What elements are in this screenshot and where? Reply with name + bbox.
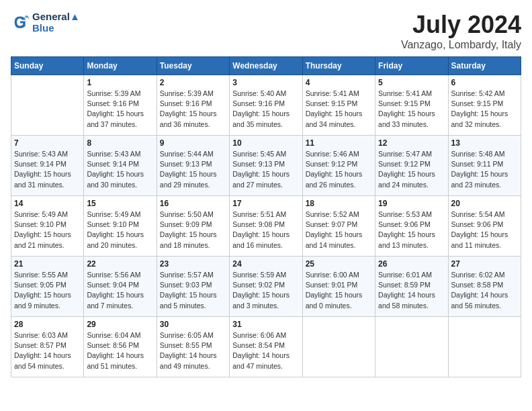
day-number: 22 [87, 259, 153, 269]
logo: General▲ Blue [11, 11, 80, 34]
week-row-5: 28Sunrise: 6:03 AMSunset: 8:57 PMDayligh… [11, 317, 521, 377]
day-cell: 13Sunrise: 5:48 AMSunset: 9:11 PMDayligh… [448, 136, 521, 196]
logo-icon [11, 13, 30, 32]
day-cell: 27Sunrise: 6:02 AMSunset: 8:58 PMDayligh… [448, 257, 521, 317]
day-cell: 11Sunrise: 5:46 AMSunset: 9:12 PMDayligh… [302, 136, 375, 196]
day-number: 18 [306, 199, 372, 208]
day-cell: 25Sunrise: 6:00 AMSunset: 9:01 PMDayligh… [302, 257, 375, 317]
day-cell [11, 75, 84, 136]
day-info: Sunrise: 5:47 AMSunset: 9:12 PMDaylight:… [378, 149, 445, 190]
day-info: Sunrise: 5:45 AMSunset: 9:13 PMDaylight:… [232, 149, 299, 190]
day-cell [302, 317, 375, 377]
header-day-tuesday: Tuesday [157, 57, 229, 75]
day-info: Sunrise: 5:39 AMSunset: 9:16 PMDaylight:… [160, 89, 226, 130]
day-cell: 7Sunrise: 5:43 AMSunset: 9:14 PMDaylight… [11, 136, 84, 196]
day-number: 29 [87, 320, 153, 329]
day-number: 13 [451, 138, 518, 148]
day-number: 10 [232, 138, 299, 148]
day-cell: 6Sunrise: 5:42 AMSunset: 9:15 PMDaylight… [448, 75, 521, 136]
day-info: Sunrise: 5:43 AMSunset: 9:14 PMDaylight:… [14, 149, 81, 190]
day-info: Sunrise: 5:59 AMSunset: 9:02 PMDaylight:… [232, 270, 299, 311]
day-info: Sunrise: 6:05 AMSunset: 8:55 PMDaylight:… [160, 330, 226, 371]
day-cell: 17Sunrise: 5:51 AMSunset: 9:08 PMDayligh… [230, 196, 302, 257]
day-info: Sunrise: 5:39 AMSunset: 9:16 PMDaylight:… [87, 89, 153, 130]
day-info: Sunrise: 5:53 AMSunset: 9:06 PMDaylight:… [378, 210, 445, 250]
day-number: 15 [87, 199, 153, 208]
day-cell: 28Sunrise: 6:03 AMSunset: 8:57 PMDayligh… [11, 317, 84, 377]
day-number: 12 [378, 138, 445, 148]
day-cell: 1Sunrise: 5:39 AMSunset: 9:16 PMDaylight… [84, 75, 157, 136]
day-number: 19 [378, 199, 445, 208]
day-cell: 22Sunrise: 5:56 AMSunset: 9:04 PMDayligh… [84, 257, 157, 317]
day-cell: 2Sunrise: 5:39 AMSunset: 9:16 PMDaylight… [157, 75, 229, 136]
header-row: SundayMondayTuesdayWednesdayThursdayFrid… [11, 57, 521, 75]
day-info: Sunrise: 5:57 AMSunset: 9:03 PMDaylight:… [160, 270, 226, 311]
page-header: General▲ Blue July 2024 Vanzago, Lombard… [11, 11, 521, 51]
day-info: Sunrise: 5:40 AMSunset: 9:16 PMDaylight:… [232, 89, 299, 130]
day-number: 26 [378, 259, 445, 269]
day-cell: 16Sunrise: 5:50 AMSunset: 9:09 PMDayligh… [157, 196, 229, 257]
day-info: Sunrise: 6:02 AMSunset: 8:58 PMDaylight:… [451, 270, 518, 311]
day-number: 4 [306, 78, 372, 87]
day-cell: 14Sunrise: 5:49 AMSunset: 9:10 PMDayligh… [11, 196, 84, 257]
day-cell: 8Sunrise: 5:43 AMSunset: 9:14 PMDaylight… [84, 136, 157, 196]
day-info: Sunrise: 5:41 AMSunset: 9:15 PMDaylight:… [306, 89, 372, 130]
header-day-saturday: Saturday [448, 57, 521, 75]
day-number: 1 [87, 78, 153, 87]
day-number: 16 [160, 199, 226, 208]
day-cell: 10Sunrise: 5:45 AMSunset: 9:13 PMDayligh… [230, 136, 302, 196]
header-day-wednesday: Wednesday [230, 57, 302, 75]
day-number: 5 [378, 78, 445, 87]
day-number: 9 [160, 138, 226, 148]
day-cell: 18Sunrise: 5:52 AMSunset: 9:07 PMDayligh… [302, 196, 375, 257]
day-cell: 15Sunrise: 5:49 AMSunset: 9:10 PMDayligh… [84, 196, 157, 257]
day-cell: 20Sunrise: 5:54 AMSunset: 9:06 PMDayligh… [448, 196, 521, 257]
day-cell: 30Sunrise: 6:05 AMSunset: 8:55 PMDayligh… [157, 317, 229, 377]
week-row-3: 14Sunrise: 5:49 AMSunset: 9:10 PMDayligh… [11, 196, 521, 257]
header-day-sunday: Sunday [11, 57, 84, 75]
month-title: July 2024 [401, 11, 521, 39]
day-cell: 5Sunrise: 5:41 AMSunset: 9:15 PMDaylight… [375, 75, 448, 136]
day-number: 7 [14, 138, 81, 148]
day-number: 28 [14, 320, 81, 329]
day-info: Sunrise: 5:56 AMSunset: 9:04 PMDaylight:… [87, 270, 153, 311]
logo-text: General▲ Blue [32, 11, 80, 34]
day-info: Sunrise: 5:41 AMSunset: 9:15 PMDaylight:… [378, 89, 445, 130]
day-number: 21 [14, 259, 81, 269]
day-info: Sunrise: 5:46 AMSunset: 9:12 PMDaylight:… [306, 149, 372, 190]
day-cell: 29Sunrise: 6:04 AMSunset: 8:56 PMDayligh… [84, 317, 157, 377]
day-number: 27 [451, 259, 518, 269]
week-row-2: 7Sunrise: 5:43 AMSunset: 9:14 PMDaylight… [11, 136, 521, 196]
location-title: Vanzago, Lombardy, Italy [401, 39, 521, 51]
day-number: 30 [160, 320, 226, 329]
day-info: Sunrise: 5:49 AMSunset: 9:10 PMDaylight:… [87, 210, 153, 250]
day-info: Sunrise: 6:03 AMSunset: 8:57 PMDaylight:… [14, 330, 81, 371]
day-info: Sunrise: 5:52 AMSunset: 9:07 PMDaylight:… [306, 210, 372, 250]
day-info: Sunrise: 5:44 AMSunset: 9:13 PMDaylight:… [160, 149, 226, 190]
header-day-thursday: Thursday [302, 57, 375, 75]
day-cell: 31Sunrise: 6:06 AMSunset: 8:54 PMDayligh… [230, 317, 302, 377]
day-cell: 23Sunrise: 5:57 AMSunset: 9:03 PMDayligh… [157, 257, 229, 317]
day-info: Sunrise: 5:54 AMSunset: 9:06 PMDaylight:… [451, 210, 518, 250]
week-row-1: 1Sunrise: 5:39 AMSunset: 9:16 PMDaylight… [11, 75, 521, 136]
day-number: 3 [232, 78, 299, 87]
day-number: 17 [232, 199, 299, 208]
day-cell [448, 317, 521, 377]
day-cell: 3Sunrise: 5:40 AMSunset: 9:16 PMDaylight… [230, 75, 302, 136]
day-cell: 21Sunrise: 5:55 AMSunset: 9:05 PMDayligh… [11, 257, 84, 317]
day-number: 11 [306, 138, 372, 148]
day-number: 31 [232, 320, 299, 329]
day-info: Sunrise: 5:43 AMSunset: 9:14 PMDaylight:… [87, 149, 153, 190]
day-info: Sunrise: 5:55 AMSunset: 9:05 PMDaylight:… [14, 270, 81, 311]
header-day-monday: Monday [84, 57, 157, 75]
day-cell [375, 317, 448, 377]
day-cell: 9Sunrise: 5:44 AMSunset: 9:13 PMDaylight… [157, 136, 229, 196]
day-info: Sunrise: 5:48 AMSunset: 9:11 PMDaylight:… [451, 149, 518, 190]
day-cell: 4Sunrise: 5:41 AMSunset: 9:15 PMDaylight… [302, 75, 375, 136]
day-number: 23 [160, 259, 226, 269]
day-number: 20 [451, 199, 518, 208]
day-number: 6 [451, 78, 518, 87]
calendar-table: SundayMondayTuesdayWednesdayThursdayFrid… [11, 56, 521, 377]
day-info: Sunrise: 6:04 AMSunset: 8:56 PMDaylight:… [87, 330, 153, 371]
day-cell: 24Sunrise: 5:59 AMSunset: 9:02 PMDayligh… [230, 257, 302, 317]
